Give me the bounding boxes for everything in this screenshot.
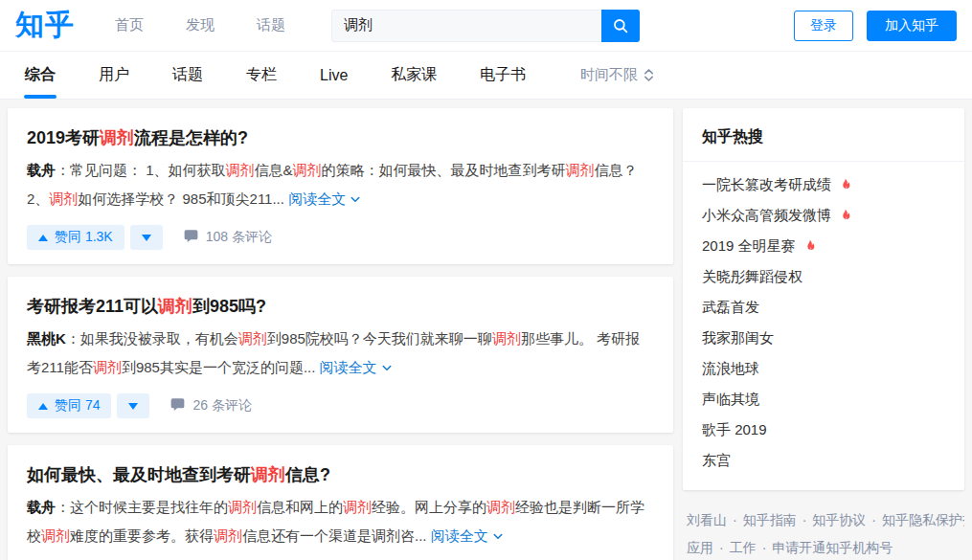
tab-3[interactable]: 话题 bbox=[172, 52, 203, 99]
author-name[interactable]: 黑桃K bbox=[27, 330, 66, 347]
footer-separator: · bbox=[871, 512, 876, 527]
result-title[interactable]: 2019考研调剂流程是怎样的? bbox=[27, 125, 654, 150]
highlighted-keyword: 调剂 bbox=[158, 297, 192, 316]
footer-link[interactable]: 知乎协议 bbox=[812, 512, 866, 527]
flame-icon bbox=[839, 178, 851, 192]
comment-bubble-icon bbox=[184, 229, 198, 246]
tab-6[interactable]: 私家课 bbox=[391, 52, 437, 99]
triangle-up-icon bbox=[38, 403, 48, 410]
login-button[interactable]: 登录 bbox=[794, 11, 853, 41]
tab-2[interactable]: 用户 bbox=[99, 52, 129, 99]
footer-link[interactable]: 知乎指南 bbox=[743, 512, 797, 527]
divider bbox=[683, 161, 964, 162]
read-more-label: 阅读全文 bbox=[284, 190, 346, 207]
chevron-down-icon bbox=[381, 354, 393, 383]
text-fragment: 的策略：如何最快、最及时地查到考研 bbox=[322, 162, 566, 178]
read-more-label: 阅读全文 bbox=[315, 359, 376, 375]
hot-search-item[interactable]: 一院长篡改考研成绩 bbox=[702, 176, 945, 194]
hot-search-item[interactable]: 流浪地球 bbox=[702, 360, 945, 378]
nav-item-topics[interactable]: 话题 bbox=[257, 16, 285, 34]
hot-search-item[interactable]: 歌手 2019 bbox=[702, 421, 945, 439]
time-filter-label: 时间不限 bbox=[580, 66, 638, 84]
footer-separator: · bbox=[762, 540, 767, 555]
highlighted-keyword: 调剂 bbox=[486, 499, 515, 515]
tab-1[interactable]: 综合 bbox=[25, 52, 56, 99]
upvote-button[interactable]: 赞同 74 bbox=[27, 393, 111, 418]
hot-search-label: 一院长篡改考研成绩 bbox=[702, 176, 831, 194]
highlighted-keyword: 调剂 bbox=[226, 162, 255, 178]
search-button[interactable] bbox=[601, 10, 640, 42]
highlighted-keyword: 调剂 bbox=[293, 162, 322, 178]
hot-search-item[interactable]: 武磊首发 bbox=[702, 299, 945, 317]
footer-link[interactable]: 知乎隐私保护指引 bbox=[882, 512, 964, 527]
read-more-label: 阅读全文 bbox=[427, 527, 488, 544]
result-title[interactable]: 考研报考211可以调剂到985吗? bbox=[27, 294, 654, 319]
text-fragment: ：这个时候主要是找往年的 bbox=[56, 499, 228, 515]
footer-link[interactable]: 应用 bbox=[687, 540, 713, 555]
footer-link[interactable]: 刘看山 bbox=[687, 512, 727, 527]
highlighted-keyword: 调剂 bbox=[49, 190, 78, 207]
hot-search-item[interactable]: 声临其境 bbox=[702, 391, 945, 409]
comments-count: 26 条评论 bbox=[192, 397, 251, 414]
highlighted-keyword: 调剂 bbox=[492, 330, 521, 347]
read-more-link[interactable]: 阅读全文 bbox=[427, 527, 504, 544]
upvote-button[interactable]: 赞同 1.3K bbox=[27, 225, 124, 250]
result-actions: 赞同 1.3K108 条评论 bbox=[27, 225, 654, 250]
downvote-button[interactable] bbox=[117, 393, 149, 418]
nav-item-discover[interactable]: 发现 bbox=[186, 16, 215, 34]
downvote-button[interactable] bbox=[130, 225, 163, 250]
text-fragment: 流程是怎样的? bbox=[134, 128, 248, 147]
tab-7[interactable]: 电子书 bbox=[480, 52, 526, 99]
hot-search-card: 知乎热搜 一院长篡改考研成绩小米众高管频发微博2019 全明星赛关晓彤舞蹈侵权武… bbox=[683, 108, 964, 490]
hot-search-item[interactable]: 东宫 bbox=[702, 452, 945, 470]
read-more-link[interactable]: 阅读全文 bbox=[284, 190, 361, 207]
highlighted-keyword: 调剂 bbox=[251, 465, 285, 484]
hot-search-label: 东宫 bbox=[702, 452, 731, 470]
footer-link[interactable]: 申请开通知乎机构号 bbox=[772, 540, 893, 555]
search-bar bbox=[331, 10, 640, 42]
result-title[interactable]: 如何最快、最及时地查到考研调剂信息? bbox=[27, 462, 654, 487]
hot-search-item[interactable]: 小米众高管频发微博 bbox=[702, 207, 945, 225]
footer-link[interactable]: 工作 bbox=[730, 540, 757, 555]
tabs: 综合用户话题专栏Live私家课电子书 bbox=[25, 52, 526, 99]
right-sidebar: 知乎热搜 一院长篡改考研成绩小米众高管频发微博2019 全明星赛关晓彤舞蹈侵权武… bbox=[683, 108, 964, 560]
hot-search-label: 声临其境 bbox=[702, 391, 759, 409]
join-button[interactable]: 加入知乎 bbox=[867, 11, 957, 41]
nav-item-home[interactable]: 首页 bbox=[115, 16, 144, 34]
hot-search-title: 知乎热搜 bbox=[702, 122, 945, 161]
upvote-label: 赞同 74 bbox=[55, 397, 100, 414]
hot-search-label: 流浪地球 bbox=[702, 360, 759, 378]
highlighted-keyword: 调剂 bbox=[214, 527, 242, 544]
triangle-down-icon bbox=[142, 235, 151, 241]
flame-icon bbox=[803, 239, 816, 254]
hot-search-list: 一院长篡改考研成绩小米众高管频发微博2019 全明星赛关晓彤舞蹈侵权武磊首发我家… bbox=[702, 176, 945, 470]
highlighted-keyword: 调剂 bbox=[228, 499, 257, 515]
text-fragment: 如何最快、最及时地查到考研 bbox=[27, 465, 251, 484]
tab-4[interactable]: 专栏 bbox=[246, 52, 277, 99]
highlighted-keyword: 调剂 bbox=[100, 128, 134, 147]
chevron-down-icon bbox=[350, 186, 361, 214]
comments-link[interactable]: 26 条评论 bbox=[170, 397, 251, 414]
footer-line: 应用·工作·申请开通知乎机构号 bbox=[687, 534, 964, 560]
text-fragment: 信息还有一个渠道是调剂咨... bbox=[242, 527, 427, 544]
read-more-link[interactable]: 阅读全文 bbox=[315, 359, 392, 375]
author-name[interactable]: 载舟 bbox=[27, 162, 56, 178]
text-fragment: 2019考研 bbox=[27, 128, 100, 147]
highlighted-keyword: 调剂 bbox=[343, 499, 372, 515]
author-name[interactable]: 载舟 bbox=[27, 499, 56, 515]
footer-separator: · bbox=[802, 512, 807, 527]
hot-search-label: 我家那闺女 bbox=[702, 329, 774, 347]
comments-link[interactable]: 108 条评论 bbox=[184, 229, 272, 246]
hot-search-item[interactable]: 关晓彤舞蹈侵权 bbox=[702, 268, 945, 286]
zhihu-logo[interactable]: 知乎 bbox=[15, 6, 75, 45]
search-input[interactable] bbox=[331, 10, 601, 42]
text-fragment: 到985吗? bbox=[192, 297, 266, 316]
highlighted-keyword: 调剂 bbox=[238, 330, 267, 347]
time-filter-dropdown[interactable]: 时间不限 bbox=[580, 66, 654, 84]
chevron-updown-icon bbox=[644, 68, 654, 82]
hot-search-item[interactable]: 2019 全明星赛 bbox=[702, 237, 945, 256]
search-icon bbox=[612, 17, 629, 34]
text-fragment: ：如果我没被录取，有机会 bbox=[66, 330, 238, 347]
hot-search-item[interactable]: 我家那闺女 bbox=[702, 329, 945, 347]
tab-5[interactable]: Live bbox=[320, 52, 348, 99]
